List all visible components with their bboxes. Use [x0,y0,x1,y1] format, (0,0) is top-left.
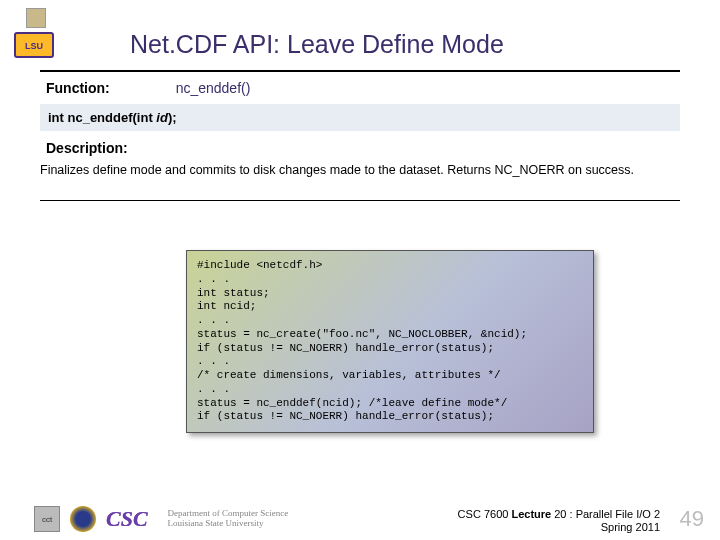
slide-title: Net.CDF API: Leave Define Mode [130,30,504,59]
code-example: #include <netcdf.h> . . . int status; in… [186,250,594,433]
lsu-logo: LSU [14,8,58,64]
description-text: Finalizes define mode and commits to dis… [40,162,680,178]
course-rest: 20 : Parallel File I/O 2 [551,508,660,520]
title-divider [40,70,680,72]
csc-logo: CSC [106,506,148,532]
signature-param: id [156,110,168,125]
tower-icon [26,8,46,28]
signature-suffix: ); [168,110,177,125]
course-info: CSC 7600 Lecture 20 : Parallel File I/O … [458,508,660,534]
signature-prefix: int nc_enddef(int [48,110,156,125]
footer-logos: cct CSC Department of Computer Science L… [34,506,288,532]
course-prefix: CSC 7600 [458,508,512,520]
description-label: Description: [46,140,128,156]
function-label: Function: [46,80,110,96]
footer: cct CSC Department of Computer Science L… [0,500,720,540]
lsu-badge: LSU [14,32,54,58]
signature-box: int nc_enddef(int id); [40,104,680,131]
cct-logo-icon: cct [34,506,60,532]
page-number: 49 [680,506,704,532]
description-divider [40,200,680,201]
term: Spring 2011 [458,521,660,534]
nsf-logo-icon [70,506,96,532]
department-text: Department of Computer Science Louisiana… [168,509,289,529]
function-row: Function: nc_enddef() [46,80,250,96]
function-name: nc_enddef() [176,80,251,96]
dept-line2: Louisiana State University [168,519,289,529]
course-bold: Lecture [511,508,551,520]
